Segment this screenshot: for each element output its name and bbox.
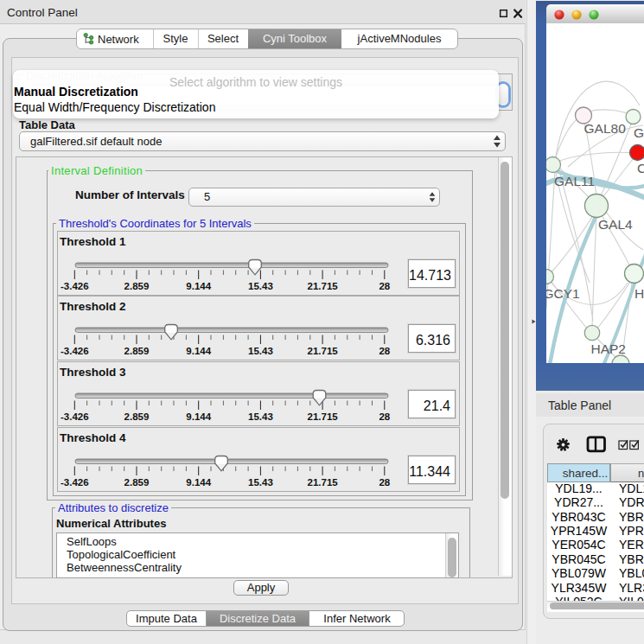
svg-text:GAL11: GAL11: [554, 174, 595, 188]
svg-text:HAP2: HAP2: [591, 341, 627, 356]
svg-text:GAL4: GAL4: [598, 217, 633, 232]
svg-text:C: C: [637, 161, 644, 175]
svg-text:GA: GA: [634, 125, 644, 140]
svg-text:H: H: [634, 286, 644, 301]
svg-text:GCY1: GCY1: [546, 286, 580, 301]
svg-text:GAL80: GAL80: [584, 121, 627, 136]
